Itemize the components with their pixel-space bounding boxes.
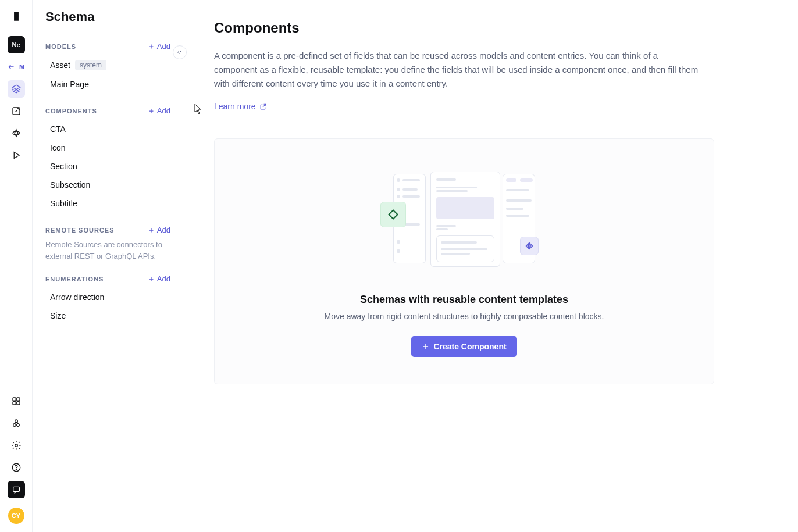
- model-label: Asset: [50, 60, 70, 70]
- enumerations-label: ENUMERATIONS: [45, 276, 104, 283]
- plus-icon: [148, 108, 155, 115]
- svg-rect-4: [16, 402, 19, 405]
- add-label: Add: [157, 274, 170, 283]
- component-label: Icon: [50, 143, 65, 152]
- add-component-button[interactable]: Add: [148, 106, 170, 115]
- svg-point-5: [13, 424, 16, 427]
- nav-chat[interactable]: [8, 481, 25, 498]
- component-item-subsection[interactable]: Subsection: [45, 176, 170, 194]
- environment-badge[interactable]: M: [8, 58, 25, 76]
- model-label: Main Page: [50, 80, 89, 89]
- external-link-icon: [259, 103, 267, 110]
- plus-icon: [148, 227, 155, 234]
- empty-state-illustration: [389, 172, 540, 276]
- models-header: MODELS Add: [45, 42, 170, 51]
- environment-badge-label: M: [19, 63, 24, 70]
- svg-rect-2: [16, 398, 19, 401]
- component-item-subtitle[interactable]: Subtitle: [45, 194, 170, 213]
- svg-point-6: [16, 424, 19, 427]
- system-tag: system: [75, 60, 106, 70]
- plus-icon: [422, 342, 430, 351]
- diamond-icon: [387, 209, 399, 220]
- chevron-double-left-icon: [176, 49, 183, 56]
- collapse-sidebar-button[interactable]: [173, 45, 187, 59]
- svg-rect-3: [13, 402, 16, 405]
- plus-icon: [148, 43, 155, 50]
- nav-schema[interactable]: [8, 80, 25, 98]
- add-remote-source-button[interactable]: Add: [148, 226, 170, 234]
- model-item-main-page[interactable]: Main Page: [45, 75, 170, 94]
- empty-state-card: Schemas with reusable content templates …: [214, 138, 714, 384]
- component-label: Subsection: [50, 180, 90, 190]
- nav-apps[interactable]: [8, 392, 25, 410]
- add-label: Add: [157, 42, 170, 51]
- remote-sources-note: Remote Sources are connectors to externa…: [45, 239, 170, 262]
- nav-rail: Ne M: [0, 0, 33, 532]
- enum-label: Arrow direction: [50, 292, 104, 302]
- nav-content[interactable]: [8, 102, 25, 120]
- svg-rect-1: [13, 398, 16, 401]
- sidebar-title: Schema: [45, 9, 170, 24]
- component-icon: [525, 241, 534, 251]
- enum-item-arrow-direction[interactable]: Arrow direction: [45, 288, 170, 306]
- main-content: Components A component is a pre-defined …: [180, 0, 798, 532]
- component-item-cta[interactable]: CTA: [45, 120, 170, 138]
- user-avatar[interactable]: CY: [8, 508, 24, 524]
- remote-sources-label: REMOTE SOURCES: [45, 227, 115, 234]
- components-header: COMPONENTS Add: [45, 106, 170, 115]
- nav-help[interactable]: [8, 459, 25, 476]
- plus-icon: [148, 276, 155, 283]
- enum-item-size[interactable]: Size: [45, 306, 170, 325]
- project-badge[interactable]: Ne: [8, 36, 25, 53]
- page-description: A component is a pre-defined set of fiel…: [214, 49, 703, 91]
- model-item-asset[interactable]: Asset system: [45, 55, 170, 75]
- svg-rect-11: [13, 487, 19, 491]
- page-title: Components: [214, 20, 764, 36]
- empty-state-subtitle: Move away from rigid content structures …: [236, 312, 693, 321]
- add-model-button[interactable]: Add: [148, 42, 170, 51]
- create-component-button[interactable]: Create Component: [411, 336, 516, 357]
- component-item-section[interactable]: Section: [45, 157, 170, 176]
- learn-more-link[interactable]: Learn more: [214, 102, 267, 111]
- component-label: CTA: [50, 124, 66, 134]
- svg-point-10: [16, 469, 16, 470]
- add-enumeration-button[interactable]: Add: [148, 274, 170, 283]
- svg-point-8: [15, 444, 17, 447]
- component-label: Section: [50, 162, 77, 171]
- add-label: Add: [157, 226, 170, 234]
- models-label: MODELS: [45, 43, 76, 50]
- remote-sources-header: REMOTE SOURCES Add: [45, 226, 170, 234]
- nav-settings[interactable]: [8, 437, 25, 454]
- add-label: Add: [157, 106, 170, 115]
- enumerations-header: ENUMERATIONS Add: [45, 274, 170, 283]
- sidebar: Schema MODELS Add Asset system Main Page…: [33, 0, 180, 532]
- component-label: Subtitle: [50, 199, 77, 208]
- component-item-icon[interactable]: Icon: [45, 138, 170, 157]
- create-component-label: Create Component: [433, 342, 506, 351]
- app-logo[interactable]: [8, 8, 24, 24]
- nav-play[interactable]: [8, 147, 25, 164]
- nav-webhooks[interactable]: [8, 415, 25, 432]
- learn-more-label: Learn more: [214, 102, 256, 111]
- empty-state-title: Schemas with reusable content templates: [236, 294, 693, 306]
- nav-assets[interactable]: [8, 124, 25, 142]
- enum-label: Size: [50, 311, 66, 320]
- components-label: COMPONENTS: [45, 108, 97, 115]
